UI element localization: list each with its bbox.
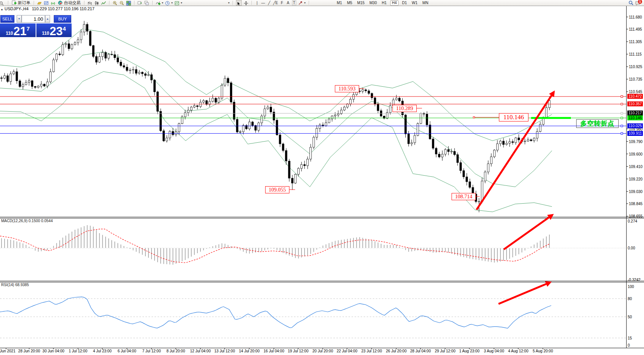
new-order-button[interactable]: 新订单 <box>11 0 31 6</box>
price-badge-109.911: 109.911 <box>627 131 643 136</box>
rsi-axis-label: 100 <box>628 284 634 289</box>
separator <box>84 1 84 5</box>
fibonacci-tool-icon[interactable]: F <box>280 1 284 5</box>
time-axis-label: 5 Aug 20:00 <box>533 349 553 353</box>
vertical-line-tool-icon[interactable]: | <box>255 1 259 5</box>
price-axis-label: 109.410 <box>629 164 642 169</box>
level-lines <box>0 96 626 135</box>
rsi-axis-label: 0 <box>628 343 630 348</box>
bid-point: 7 <box>27 26 30 31</box>
price-annotation-108.714[interactable]: 108.714 <box>452 193 476 200</box>
ask-point: 4 <box>63 26 66 31</box>
volume-decrease-button[interactable]: ▼ <box>17 15 22 23</box>
autotrading-label: 自动交易 <box>64 0 81 6</box>
price-annotation-110.593[interactable]: 110.593 <box>335 85 359 92</box>
timeframe-button-M15[interactable]: M15 <box>356 0 366 5</box>
bid-pips: 21 <box>14 26 27 36</box>
price-badge-110.146: 110.146 <box>627 115 643 120</box>
rsi-axis-label: 50 <box>628 315 632 319</box>
macd-axis-label: 0.00 <box>628 246 635 251</box>
cursor-icon[interactable] <box>236 0 242 6</box>
timeframe-button-M30[interactable]: M30 <box>368 0 378 5</box>
search-icon[interactable] <box>628 0 633 5</box>
axis-ticks <box>6 17 628 349</box>
period-clock-icon[interactable] <box>165 0 170 5</box>
autotrading-button[interactable]: 自动交易 <box>58 0 81 6</box>
chevron-down-icon[interactable]: ▾ <box>228 1 230 5</box>
bull-bear-turning-point-note[interactable]: 多空转折点 <box>576 119 619 128</box>
separator <box>309 1 309 5</box>
time-axis-label: 4 Jul 23:00 <box>93 349 112 353</box>
timeframe-button-M1[interactable]: M1 <box>335 0 344 5</box>
time-axis-label: 26 Jul 20:00 <box>386 349 407 353</box>
chevron-down-icon[interactable]: ▾ <box>181 1 182 5</box>
new-order-label: 新订单 <box>18 0 30 6</box>
timeframe-button-H4[interactable]: H4 <box>390 0 399 6</box>
chevron-down-icon[interactable]: ▾ <box>304 1 306 5</box>
time-axis-label: 1 Aug 23:00 <box>459 349 479 353</box>
price-axis-label: 110.735 <box>629 77 642 82</box>
trendline-tool-icon[interactable]: ╱ <box>267 1 271 5</box>
timeframe-button-H1[interactable]: H1 <box>380 0 388 5</box>
crosshair-icon[interactable] <box>244 0 249 5</box>
line-chart-mode-icon[interactable] <box>101 0 106 5</box>
signal-icon[interactable] <box>51 0 56 5</box>
chevron-down-icon[interactable]: ▾ <box>171 1 173 5</box>
timeframe-button-MN[interactable]: MN <box>421 0 430 5</box>
volume-increase-button[interactable]: ▲ <box>45 15 50 23</box>
price-annotation-109.055[interactable]: 109.055 <box>265 186 289 193</box>
timeframe-button-M5[interactable]: M5 <box>345 0 354 5</box>
horizontal-line-tool-icon[interactable]: — <box>261 1 265 5</box>
time-axis-label: 19 Jul 12:00 <box>288 349 309 353</box>
arrange-windows-icon[interactable] <box>138 0 142 5</box>
macd-axis-label: 0.274 <box>628 219 637 224</box>
chart-title: ▴ USDJPY-,H4 110.229 110.277 110.196 110… <box>1 6 94 11</box>
time-axis-label: 30 Jun 04:00 <box>42 349 64 353</box>
price-badge-110.472: 110.472 <box>627 94 643 99</box>
channel-tool-icon[interactable]: ╱E <box>273 1 278 5</box>
bid-quote[interactable]: 110 21 7 <box>0 23 36 37</box>
price-badge-110.357: 110.357 <box>627 101 643 106</box>
tile-windows-icon[interactable] <box>126 0 131 5</box>
mt4-window: { "toolbar": { "new_order_label": "新订单",… <box>0 0 644 355</box>
sell-button[interactable]: SELL <box>0 15 14 23</box>
market-watch-icon[interactable] <box>44 0 49 5</box>
separator <box>233 1 233 5</box>
history-icon[interactable] <box>37 0 42 5</box>
one-click-trading-panel: SELL ▼ ▲ BUY 110 21 7 110 23 4 <box>0 14 72 38</box>
ask-quote[interactable]: 110 23 4 <box>36 23 72 37</box>
time-axis-label: 13 Jul 12:00 <box>214 349 235 353</box>
price-axis-label: 111.680 <box>629 15 642 20</box>
price-annotation-110.289[interactable]: 110.289 <box>392 105 417 112</box>
separator <box>34 1 34 5</box>
time-axis-label: 16 Jul 04:00 <box>264 349 284 353</box>
chat-badge: 1 <box>638 0 642 4</box>
time-axis-label: 20 Jul 20:00 <box>313 349 333 353</box>
buy-button[interactable]: BUY <box>54 15 71 23</box>
time-axis-label: 22 Jul 04:00 <box>337 349 358 353</box>
cascade-windows-icon[interactable] <box>144 0 149 5</box>
price-axis-label: 111.495 <box>629 27 642 32</box>
bar-chart-mode-icon[interactable] <box>88 0 92 5</box>
chevron-down-icon[interactable]: ▾ <box>162 1 163 5</box>
zoom-out-icon[interactable] <box>119 0 124 5</box>
text-tool-icon[interactable]: A <box>286 1 290 5</box>
price-badge-110.217: 110.217 <box>627 111 643 115</box>
chart-symbol: USDJPY-,H4 <box>5 6 28 11</box>
time-axis-label: 29 Jul 12:00 <box>435 349 456 353</box>
add-indicator-icon[interactable] <box>156 0 161 5</box>
chart-canvas[interactable] <box>0 0 644 355</box>
zoom-in-icon[interactable] <box>113 0 117 5</box>
timeframe-button-W1[interactable]: W1 <box>410 0 419 5</box>
new-order-icon <box>12 0 17 5</box>
arrows-tool-icon[interactable] <box>298 0 303 5</box>
search-partial-icon[interactable] <box>0 0 5 5</box>
candle-chart-mode-icon[interactable] <box>94 0 99 5</box>
timeframe-button-D1[interactable]: D1 <box>400 0 408 5</box>
volume-input[interactable] <box>22 15 45 23</box>
template-icon[interactable] <box>175 0 180 5</box>
price-annotation-110.146[interactable]: 110.146 <box>499 113 528 121</box>
price-axis-label: 109.600 <box>629 152 642 157</box>
chat-icon[interactable]: 1 <box>635 0 640 5</box>
text-label-tool-icon[interactable]: T <box>292 0 296 5</box>
